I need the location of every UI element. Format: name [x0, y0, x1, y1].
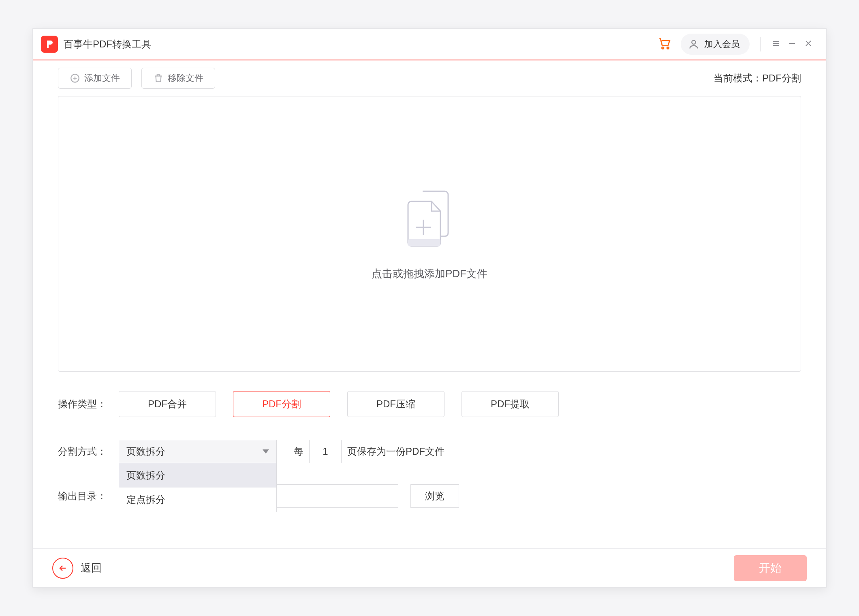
svg-point-0: [662, 47, 664, 49]
arrow-left-icon: [52, 558, 73, 579]
file-dropzone[interactable]: 点击或拖拽添加PDF文件: [58, 96, 801, 372]
titlebar-divider: [760, 37, 761, 51]
content-area: 点击或拖拽添加PDF文件 操作类型： PDF合并 PDF分割 PDF压缩 PDF…: [33, 96, 826, 548]
join-member-button[interactable]: 加入会员: [681, 34, 750, 55]
split-method-select[interactable]: 页数拆分 页数拆分 定点拆分: [119, 440, 277, 463]
toolbar: 添加文件 移除文件 当前模式：PDF分割: [33, 60, 826, 96]
trash-icon: [153, 73, 164, 83]
output-dir-label: 输出目录：: [58, 490, 119, 503]
op-extract-label: PDF提取: [491, 398, 530, 411]
page-count-input[interactable]: [309, 440, 342, 463]
back-label: 返回: [81, 561, 102, 575]
split-method-selectbox[interactable]: 页数拆分: [119, 440, 277, 463]
user-icon: [688, 38, 699, 50]
svg-point-2: [692, 41, 695, 44]
add-file-button[interactable]: 添加文件: [58, 68, 132, 89]
dropzone-hint: 点击或拖拽添加PDF文件: [372, 267, 487, 281]
every-prefix-label: 每: [294, 445, 303, 458]
split-method-label: 分割方式：: [58, 445, 119, 458]
operation-type-label: 操作类型：: [58, 398, 119, 411]
browse-button[interactable]: 浏览: [410, 484, 459, 508]
join-member-label: 加入会员: [704, 38, 740, 50]
back-button[interactable]: 返回: [52, 558, 102, 579]
dropdown-option-fixed[interactable]: 定点拆分: [119, 488, 276, 512]
add-file-label: 添加文件: [84, 72, 120, 84]
svg-point-1: [667, 47, 669, 49]
footer: 返回 开始: [33, 548, 826, 587]
app-window: 百事牛PDF转换工具 加入会员 添加文件: [32, 28, 827, 588]
app-logo: [41, 36, 58, 53]
split-method-value: 页数拆分: [126, 445, 165, 458]
start-label: 开始: [759, 560, 782, 576]
close-icon: [803, 38, 813, 50]
menu-icon: [771, 38, 781, 50]
document-plus-icon: [399, 187, 460, 252]
op-extract-button[interactable]: PDF提取: [462, 391, 559, 417]
svg-rect-14: [408, 239, 440, 246]
op-merge-label: PDF合并: [148, 398, 187, 411]
app-title: 百事牛PDF转换工具: [64, 38, 151, 51]
split-method-row: 分割方式： 页数拆分 页数拆分 定点拆分 每 页保存为一份PDF文件: [58, 440, 801, 463]
op-split-label: PDF分割: [262, 398, 301, 411]
chevron-down-icon: [263, 449, 269, 453]
remove-file-button[interactable]: 移除文件: [141, 68, 215, 89]
cart-button[interactable]: [656, 35, 673, 53]
op-compress-label: PDF压缩: [376, 398, 415, 411]
op-split-button[interactable]: PDF分割: [233, 391, 330, 417]
op-compress-button[interactable]: PDF压缩: [347, 391, 444, 417]
minimize-button[interactable]: [784, 36, 800, 52]
current-mode-label: 当前模式：PDF分割: [714, 72, 801, 85]
titlebar: 百事牛PDF转换工具 加入会员: [33, 29, 826, 60]
operation-type-row: 操作类型： PDF合并 PDF分割 PDF压缩 PDF提取: [58, 391, 801, 417]
start-button[interactable]: 开始: [734, 555, 807, 581]
minimize-icon: [787, 38, 797, 50]
split-method-dropdown: 页数拆分 定点拆分: [119, 463, 277, 512]
dropdown-option-pages[interactable]: 页数拆分: [119, 463, 276, 488]
close-button[interactable]: [800, 36, 816, 52]
browse-label: 浏览: [425, 490, 444, 503]
menu-button[interactable]: [768, 36, 784, 52]
op-merge-button[interactable]: PDF合并: [119, 391, 216, 417]
every-suffix-label: 页保存为一份PDF文件: [347, 445, 444, 458]
remove-file-label: 移除文件: [168, 72, 203, 84]
plus-circle-icon: [70, 73, 80, 83]
cart-icon: [658, 36, 671, 52]
